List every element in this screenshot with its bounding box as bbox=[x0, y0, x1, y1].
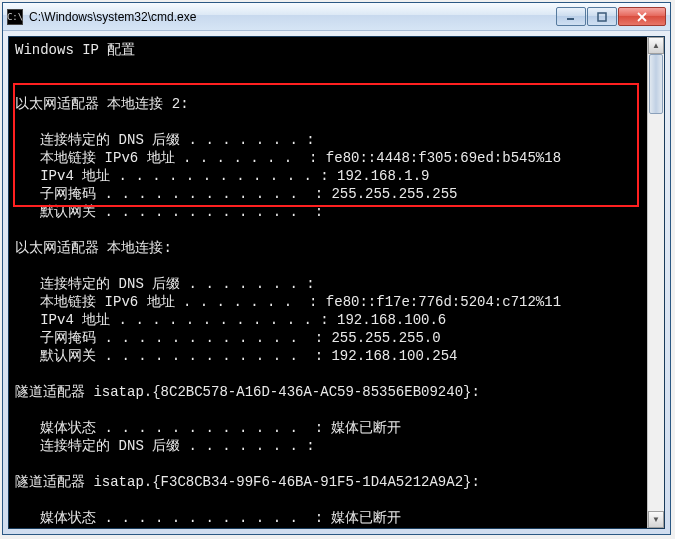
maximize-button[interactable] bbox=[587, 7, 617, 26]
scroll-thumb[interactable] bbox=[649, 54, 663, 114]
config-row: IPv4 地址 . . . . . . . . . . . . : 192.16… bbox=[15, 167, 658, 185]
client-area: Windows IP 配置 以太网适配器 本地连接 2: 连接特定的 DNS 后… bbox=[8, 36, 665, 529]
svg-rect-1 bbox=[598, 13, 606, 21]
titlebar[interactable]: C:\ C:\Windows\system32\cmd.exe bbox=[3, 3, 670, 31]
scroll-up-button[interactable]: ▲ bbox=[648, 37, 664, 54]
config-row: 连接特定的 DNS 后缀 . . . . . . . : bbox=[15, 131, 658, 149]
cmd-icon: C:\ bbox=[7, 9, 23, 25]
config-row: 本地链接 IPv6 地址 . . . . . . . : fe80::4448:… bbox=[15, 149, 658, 167]
maximize-icon bbox=[597, 12, 607, 22]
scroll-track[interactable] bbox=[648, 54, 664, 511]
ipconfig-header: Windows IP 配置 bbox=[15, 41, 658, 59]
config-row: 媒体状态 . . . . . . . . . . . . : 媒体已断开 bbox=[15, 509, 658, 527]
scroll-down-button[interactable]: ▼ bbox=[648, 511, 664, 528]
config-row: 子网掩码 . . . . . . . . . . . . : 255.255.2… bbox=[15, 329, 658, 347]
window-controls bbox=[556, 7, 666, 26]
close-icon bbox=[637, 12, 647, 22]
minimize-button[interactable] bbox=[556, 7, 586, 26]
section-title: 以太网适配器 本地连接 2: bbox=[15, 95, 658, 113]
config-row: 默认网关 . . . . . . . . . . . . : bbox=[15, 203, 658, 221]
config-row: 默认网关 . . . . . . . . . . . . : 192.168.1… bbox=[15, 347, 658, 365]
console-output[interactable]: Windows IP 配置 以太网适配器 本地连接 2: 连接特定的 DNS 后… bbox=[9, 37, 664, 528]
minimize-icon bbox=[566, 12, 576, 22]
section-title: 以太网适配器 本地连接: bbox=[15, 239, 658, 257]
section-title: 隧道适配器 isatap.{8C2BC578-A16D-436A-AC59-85… bbox=[15, 383, 658, 401]
config-row: 本地链接 IPv6 地址 . . . . . . . : fe80::f17e:… bbox=[15, 293, 658, 311]
window-title: C:\Windows\system32\cmd.exe bbox=[29, 10, 556, 24]
cmd-window: C:\ C:\Windows\system32\cmd.exe Windows … bbox=[2, 2, 671, 535]
config-row: 媒体状态 . . . . . . . . . . . . : 媒体已断开 bbox=[15, 419, 658, 437]
vertical-scrollbar[interactable]: ▲ ▼ bbox=[647, 37, 664, 528]
close-button[interactable] bbox=[618, 7, 666, 26]
config-row: IPv4 地址 . . . . . . . . . . . . : 192.16… bbox=[15, 311, 658, 329]
config-row: 连接特定的 DNS 后缀 . . . . . . . : bbox=[15, 437, 658, 455]
config-row: 连接特定的 DNS 后缀 . . . . . . . : bbox=[15, 527, 658, 528]
config-row: 子网掩码 . . . . . . . . . . . . : 255.255.2… bbox=[15, 185, 658, 203]
section-title: 隧道适配器 isatap.{F3C8CB34-99F6-46BA-91F5-1D… bbox=[15, 473, 658, 491]
config-row: 连接特定的 DNS 后缀 . . . . . . . : bbox=[15, 275, 658, 293]
